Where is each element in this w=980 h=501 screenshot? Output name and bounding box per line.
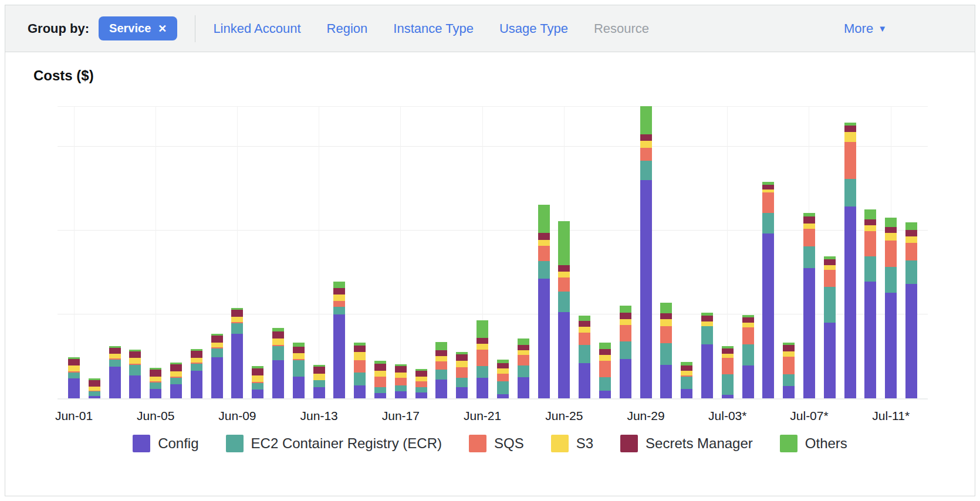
bar-segment-s3[interactable]	[89, 387, 100, 391]
bar-segment-secrets-manager[interactable]	[456, 354, 468, 361]
bar-segment-ec2-container-registry-ecr-[interactable]	[599, 377, 611, 391]
bar-segment-sqs[interactable]	[538, 246, 550, 261]
bar-segment-s3[interactable]	[231, 317, 243, 322]
bar-segment-s3[interactable]	[477, 344, 488, 350]
bar-segment-sqs[interactable]	[905, 243, 917, 260]
bar-segment-secrets-manager[interactable]	[129, 351, 141, 358]
bar-segment-s3[interactable]	[191, 358, 202, 363]
bar-segment-s3[interactable]	[558, 272, 570, 277]
bar-segment-s3[interactable]	[844, 132, 856, 142]
bar-segment-config[interactable]	[660, 365, 672, 398]
bar-segment-config[interactable]	[68, 378, 80, 398]
bar-segment-sqs[interactable]	[558, 277, 570, 292]
legend-item-config[interactable]: Config	[133, 435, 198, 452]
bar-segment-config[interactable]	[722, 395, 734, 398]
bar-segment-config[interactable]	[191, 371, 202, 398]
bar-segment-secrets-manager[interactable]	[415, 371, 427, 377]
bar-segment-secrets-manager[interactable]	[864, 219, 876, 225]
bar-segment-config[interactable]	[252, 390, 263, 398]
bar-segment-config[interactable]	[885, 293, 897, 398]
bar-segment-config[interactable]	[272, 360, 284, 398]
bar-segment-s3[interactable]	[150, 377, 161, 381]
bar-segment-sqs[interactable]	[783, 357, 795, 374]
bar-segment-ec2-container-registry-ecr-[interactable]	[456, 378, 468, 387]
bar-segment-secrets-manager[interactable]	[191, 351, 202, 358]
bar-segment-secrets-manager[interactable]	[824, 259, 836, 265]
bar-segment-config[interactable]	[579, 363, 590, 398]
bar-segment-ec2-container-registry-ecr-[interactable]	[313, 380, 325, 387]
bar-segment-secrets-manager[interactable]	[68, 359, 80, 365]
bar-segment-s3[interactable]	[170, 371, 182, 377]
bar-segment-s3[interactable]	[272, 338, 284, 345]
bar-segment-secrets-manager[interactable]	[660, 313, 672, 319]
bar-segment-config[interactable]	[701, 344, 713, 398]
bar-segment-s3[interactable]	[497, 368, 509, 374]
bar-segment-ec2-container-registry-ecr-[interactable]	[497, 381, 509, 394]
bar-segment-s3[interactable]	[620, 319, 631, 325]
bar-segment-secrets-manager[interactable]	[742, 317, 754, 323]
bar-segment-secrets-manager[interactable]	[477, 338, 488, 344]
bar-segment-sqs[interactable]	[477, 350, 488, 366]
bar-segment-ec2-container-registry-ecr-[interactable]	[762, 213, 774, 233]
bar-segment-s3[interactable]	[333, 294, 345, 301]
bar-segment-secrets-manager[interactable]	[497, 363, 509, 368]
bar-segment-config[interactable]	[640, 180, 652, 398]
bar-segment-secrets-manager[interactable]	[150, 370, 161, 377]
bar-segment-ec2-container-registry-ecr-[interactable]	[885, 267, 897, 293]
bar-segment-secrets-manager[interactable]	[885, 227, 897, 233]
bar-segment-s3[interactable]	[885, 233, 897, 241]
bar-segment-ec2-container-registry-ecr-[interactable]	[231, 323, 243, 334]
bar-segment-sqs[interactable]	[742, 327, 754, 344]
bar-segment-config[interactable]	[293, 377, 305, 398]
bar-segment-config[interactable]	[477, 378, 488, 398]
bar-segment-others[interactable]	[333, 282, 345, 288]
bar-segment-config[interactable]	[150, 389, 161, 398]
bar-segment-sqs[interactable]	[497, 374, 509, 381]
bar-segment-config[interactable]	[783, 386, 795, 398]
bar-segment-s3[interactable]	[109, 354, 121, 358]
group-by-link-region[interactable]: Region	[327, 21, 368, 36]
bar-segment-s3[interactable]	[518, 350, 529, 355]
bar-segment-config[interactable]	[435, 380, 447, 398]
bar-segment-config[interactable]	[170, 384, 182, 398]
bar-segment-secrets-manager[interactable]	[109, 348, 121, 354]
bar-segment-ec2-container-registry-ecr-[interactable]	[660, 343, 672, 365]
bar-segment-config[interactable]	[456, 387, 468, 398]
bar-segment-secrets-manager[interactable]	[252, 368, 263, 375]
bar-segment-config[interactable]	[395, 391, 407, 398]
bar-segment-others[interactable]	[620, 306, 631, 313]
bar-segment-config[interactable]	[415, 392, 427, 398]
bar-segment-others[interactable]	[905, 222, 917, 230]
bar-segment-sqs[interactable]	[435, 361, 447, 370]
bar-segment-ec2-container-registry-ecr-[interactable]	[905, 260, 917, 284]
bar-segment-sqs[interactable]	[824, 270, 836, 287]
bar-segment-sqs[interactable]	[456, 367, 468, 378]
bar-segment-config[interactable]	[681, 389, 692, 398]
bar-segment-s3[interactable]	[905, 236, 917, 243]
bar-segment-sqs[interactable]	[333, 301, 345, 307]
bar-segment-others[interactable]	[885, 218, 897, 227]
bar-segment-sqs[interactable]	[722, 358, 734, 374]
bar-segment-secrets-manager[interactable]	[538, 233, 550, 240]
bar-segment-secrets-manager[interactable]	[640, 134, 652, 141]
bar-segment-ec2-container-registry-ecr-[interactable]	[354, 373, 366, 385]
bar-segment-secrets-manager[interactable]	[558, 265, 570, 272]
group-by-link-usage-type[interactable]: Usage Type	[499, 21, 568, 36]
bar-segment-config[interactable]	[599, 391, 611, 398]
bar-segment-s3[interactable]	[701, 321, 713, 326]
bar-segment-secrets-manager[interactable]	[293, 347, 305, 353]
group-by-chip-service[interactable]: Service ✕	[99, 16, 177, 40]
bar-segment-sqs[interactable]	[762, 192, 774, 213]
bar-segment-s3[interactable]	[415, 377, 427, 381]
group-by-link-linked-account[interactable]: Linked Account	[213, 21, 300, 36]
bar-segment-others[interactable]	[660, 303, 672, 313]
bar-segment-s3[interactable]	[681, 371, 692, 375]
bar-segment-secrets-manager[interactable]	[681, 365, 692, 371]
bar-segment-s3[interactable]	[599, 355, 611, 361]
bar-segment-secrets-manager[interactable]	[313, 367, 325, 374]
bar-segment-secrets-manager[interactable]	[354, 346, 366, 352]
bar-segment-s3[interactable]	[374, 371, 386, 377]
bar-segment-ec2-container-registry-ecr-[interactable]	[864, 256, 876, 282]
more-menu-button[interactable]: More ▼	[844, 21, 887, 36]
legend-item-s3[interactable]: S3	[551, 435, 593, 452]
